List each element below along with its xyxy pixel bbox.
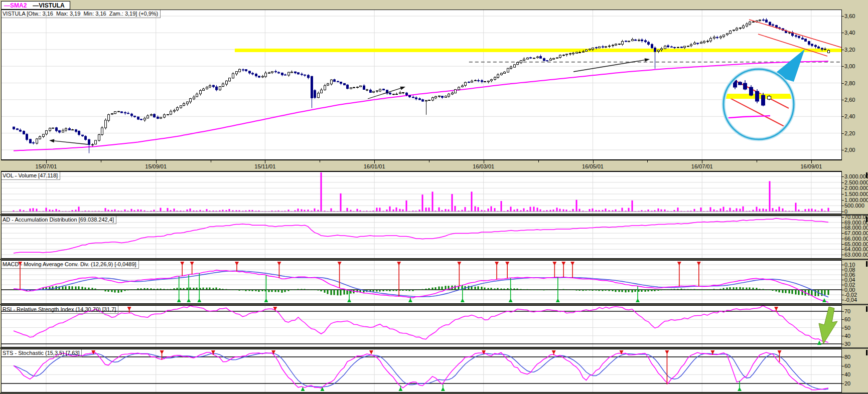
y-axis-label: 2,20 [844,130,855,136]
y-axis-tick-mark [842,319,844,320]
y-axis-label: 63.000.000 [844,252,868,258]
y-axis-label: 3,60 [844,13,855,19]
y-axis-tick-mark [842,357,844,357]
rsi-panel-title: RSI - Relative Strength Index (14,30,70)… [2,306,118,314]
date-axis-label: 15/11/01 [254,163,275,169]
y-axis-label: 40 [844,333,850,339]
gridlines [2,172,841,214]
trend-channel-line [758,34,827,56]
date-axis-label: 16/05/01 [582,163,604,169]
scrollbar-button[interactable] [866,306,867,312]
y-axis-tick-mark [842,66,844,67]
date-axis-label: 15/09/01 [145,163,167,169]
y-axis-tick-mark [842,83,844,84]
y-axis-label: 1.000.000 [844,197,868,203]
y-axis-tick-mark [842,285,844,285]
y-axis-tick-mark [842,217,844,218]
y-axis-label: 2,40 [844,113,855,119]
sts-chart-canvas[interactable] [2,349,841,392]
sma2-line [14,61,828,151]
legend-item-vistula: —VISTULA [33,2,64,9]
y-axis-label: 50 [844,325,850,331]
y-axis-label: 2,80 [844,80,855,86]
sts-panel-title: STS - Stochastic (15,3,5) [7,63] [2,349,82,357]
y-axis-label: 40 [844,371,850,377]
ad-line [14,219,828,253]
date-axis-minor-tick [757,160,757,162]
y-axis-tick-mark [842,280,844,280]
y-axis-label: 3.000.000 [844,173,868,179]
date-axis-label: 16/09/01 [800,163,822,169]
y-axis-tick-mark [842,212,844,212]
y-axis-label: 3,20 [844,47,855,53]
y-axis-tick-mark [842,206,844,206]
date-axis-minor-tick [101,160,101,162]
y-axis-tick-mark [842,275,844,275]
sts-fast-line [14,352,828,390]
y-axis-label: 2,00 [844,147,855,153]
date-axis-minor-tick [538,160,539,162]
date-axis-label: 16/03/01 [473,163,494,169]
y-axis-tick-mark [842,194,844,194]
y-axis-tick-mark [842,116,844,117]
gridlines [2,10,841,159]
y-axis-tick-mark [842,239,844,239]
gridlines [2,306,841,347]
volume-chart-canvas[interactable] [2,172,841,214]
date-axis [1,160,842,171]
y-axis-label: 60 [844,316,850,322]
y-axis-tick-mark [842,249,844,250]
y-axis-tick-mark [842,374,844,375]
rsi-chart-canvas[interactable] [2,306,841,347]
date-axis-label: 16/07/01 [691,163,713,169]
gridlines [2,216,841,258]
y-axis-tick-mark [842,290,844,290]
annotation-arrow [52,141,88,144]
y-axis-tick-mark [842,311,844,312]
y-axis-tick-mark [842,182,844,183]
legend-item-sma2: —SMA2 [4,2,27,9]
y-axis-tick-mark [842,366,844,366]
date-axis-label: 15/07/01 [36,163,57,169]
price-panel-title: VISTULA [Otw.: 3,16 Max: 3,19 Min: 3,16 … [2,10,161,18]
ad-chart-canvas[interactable] [2,216,841,258]
macd-line [14,270,828,302]
macd-panel-title: MACD - Moving Average Conv. Div. (12,26,… [2,261,139,269]
y-axis-tick-mark [842,228,844,228]
y-axis-tick-mark [842,383,844,384]
y-axis-label: 70 [844,308,850,314]
y-axis-label: -0,04 [844,297,857,303]
y-axis-tick-mark [842,188,844,188]
y-axis-label: 3,40 [844,30,855,36]
line-swatch-icon: — [4,2,10,9]
price-chart-canvas[interactable] [2,10,841,159]
annotation-arrowhead-icon [49,139,54,143]
y-axis-tick-mark [842,100,844,100]
y-axis-tick-mark [842,16,844,17]
y-axis-label: 2.000.000 [844,185,868,191]
scrollbar-button[interactable] [866,217,867,222]
volume-panel: VOL - Volume [47.118] [1,171,842,214]
y-axis-tick-mark [842,300,844,300]
scrollbar-button[interactable] [866,350,867,355]
annotation-arrow [573,60,647,72]
y-axis-label: 500.000 [844,203,864,209]
sts-slow-line [14,353,828,389]
y-axis-label: 3,00 [844,63,855,69]
date-axis-minor-tick [647,160,648,162]
rsi-panel: RSI - Relative Strength Index (14,30,70)… [1,305,842,347]
annotation-arrowhead-icon [400,87,405,90]
y-axis-label: 20 [844,380,850,386]
scrollbar-button[interactable] [866,261,867,267]
legend-label-sma2: SMA2 [10,2,27,9]
y-axis-tick-mark [842,200,844,201]
volume-panel-title: VOL - Volume [47.118] [2,172,60,180]
date-axis-minor-tick [211,160,211,162]
y-axis-tick-mark [842,33,844,33]
y-axis-tick-mark [842,176,844,177]
y-axis-tick-mark [842,133,844,134]
y-axis-label: 2.500.000 [844,179,868,185]
y-axis-label: 60 [844,363,850,369]
scrollbar-button[interactable] [866,172,867,178]
date-axis-minor-tick [320,160,320,162]
